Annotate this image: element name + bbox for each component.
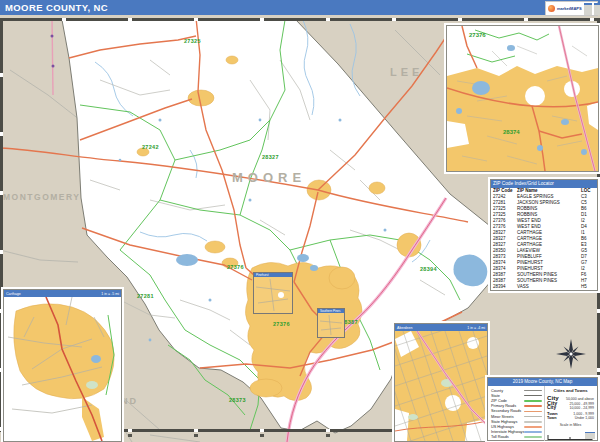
inset-bottom-titlebar: Aberdeen 1 in = .4 mi	[395, 324, 487, 331]
inset-zip-code-label: 28374	[503, 129, 520, 135]
legend-logo-block	[585, 432, 595, 439]
inset-left-title: Carthage	[6, 292, 21, 296]
legend-line-swatch	[524, 421, 542, 423]
callout-pinehurst: Pinehurst	[253, 272, 293, 314]
city-sample-name: Town	[547, 416, 557, 420]
legend-line-label: Interstate Highways	[491, 430, 524, 434]
legend-line-label: Secondary Roads	[491, 409, 521, 413]
compass-rose-icon	[556, 339, 586, 369]
map-frame-top	[0, 18, 600, 21]
legend-line-label: ZIP Code	[491, 399, 507, 403]
legend-cities-column: Cities and Towns City50,000 and aboveCit…	[544, 386, 597, 442]
cities-rows: City50,000 and aboveCity25,000 - 49,999C…	[547, 394, 594, 422]
zip-code-cell: 28394	[493, 284, 517, 290]
inset-left: Carthage 1 in = .5 mi	[3, 289, 122, 442]
page-title: MOORE COUNTY, NC	[5, 2, 108, 13]
legend-line-swatch	[524, 390, 542, 391]
wall-map-page: MOORELEEMONTGOMERYOND2732527242283272737…	[0, 0, 600, 442]
legend-line-label: Minor Streets	[491, 415, 514, 419]
inset-zip-code-label: 27376	[469, 32, 486, 38]
legend-line-swatch	[524, 411, 542, 412]
scale-label: Scale in Miles	[547, 423, 594, 427]
inset-bottom: Aberdeen 1 in = .4 mi	[394, 323, 488, 442]
zip-index-row: 28394VASSH5	[491, 284, 597, 290]
logo-thumbnail-2	[594, 3, 600, 15]
legend-line-swatch	[524, 400, 542, 401]
inset-bottom-scale: 1 in = .4 mi	[467, 326, 485, 330]
zip-index-table: ZIP Code Index/Grid Locator ZIP Code ZIP…	[490, 179, 598, 291]
title-bar: MOORE COUNTY, NC marketMAPS	[0, 0, 600, 15]
callout-southern-pines: Southern Pines	[317, 308, 345, 338]
legend-line-label: State Highways	[491, 420, 517, 424]
legend-line-label: Toll Roads	[491, 435, 509, 439]
city-population-range: 50,000 and above	[566, 397, 594, 401]
inset-left-titlebar: Carthage 1 in = .5 mi	[4, 290, 121, 297]
legend-title: 2019 Moore County, NC Map	[488, 378, 597, 386]
marketmaps-logo: marketMAPS	[545, 1, 598, 16]
city-population-range: 1,000 - 9,999	[573, 412, 594, 416]
callout-southern-pines-canvas	[318, 313, 344, 337]
legend-line-item: Toll Roads	[491, 435, 542, 440]
inset-bottom-title: Aberdeen	[397, 326, 413, 330]
logo-thumbnail-1	[584, 3, 592, 15]
logo-text: marketMAPS	[557, 7, 582, 11]
inset-left-canvas	[4, 297, 121, 441]
legend-line-label: Primary Roads	[491, 404, 516, 408]
logo-globe-icon	[548, 5, 555, 12]
grid-loc-cell: H5	[581, 284, 595, 290]
city-sample-name: City	[547, 405, 556, 410]
zip-name-cell: VASS	[517, 284, 581, 290]
city-sample-name: Town	[547, 411, 558, 416]
inset-top-right: 2737628374	[446, 25, 599, 172]
legend-line-swatch	[524, 395, 542, 396]
legend-line-swatch	[524, 431, 542, 434]
legend-line-swatch	[524, 416, 542, 417]
city-population-range: 10,000 - 24,999	[569, 406, 594, 410]
city-population-range: 25,000 - 49,999	[569, 402, 594, 406]
zip-index-title: ZIP Code Index/Grid Locator	[491, 180, 597, 188]
legend-line-swatch	[524, 405, 542, 407]
legend-line-label: State	[491, 394, 500, 398]
city-population-range: Under 1,000	[575, 416, 594, 420]
map-legend: 2019 Moore County, NC Map CountyStateZIP…	[487, 377, 598, 441]
legend-line-label: County	[491, 389, 503, 393]
inset-left-scale: 1 in = .5 mi	[101, 292, 119, 296]
callout-pinehurst-canvas	[254, 277, 292, 313]
zip-index-rows: 27242EAGLE SPRINGSC327281JACKSON SPRINGS…	[491, 194, 597, 290]
inset-bottom-canvas	[395, 331, 487, 441]
legend-line-swatch	[524, 426, 542, 428]
legend-line-swatch	[524, 436, 542, 438]
legend-line-column: CountyStateZIP CodePrimary RoadsSecondar…	[488, 386, 544, 442]
inset-top-right-canvas	[447, 26, 598, 171]
legend-city-row: TownUnder 1,000	[547, 416, 594, 422]
legend-line-label: US Highways	[491, 425, 514, 429]
